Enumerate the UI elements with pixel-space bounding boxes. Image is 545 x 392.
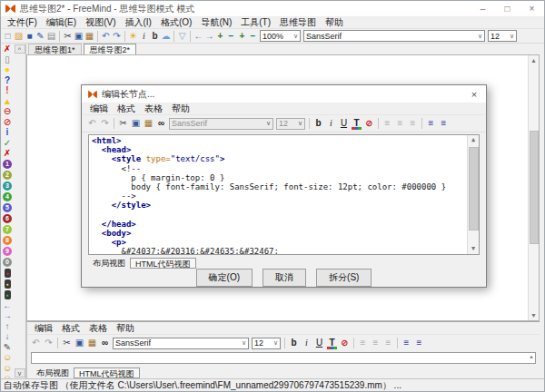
help-icon[interactable]: ? <box>1 75 14 86</box>
scroll-up-arrow-icon[interactable]: ▲ <box>471 135 475 145</box>
scroll-up-arrow-icon[interactable]: ▲ <box>529 354 534 359</box>
note-text-area[interactable]: ▲ <box>31 352 536 364</box>
dialog-menu-item-1[interactable]: 格式 <box>113 103 140 115</box>
cut-icon[interactable]: ✂ <box>61 337 73 349</box>
forward-arrow-icon[interactable]: → <box>1 310 14 321</box>
dialog-menu-item-2[interactable]: 表格 <box>140 103 167 115</box>
save-map-icon[interactable]: ■ <box>25 30 35 43</box>
zoom-select[interactable]: 100% ∨ <box>260 30 301 42</box>
priority-3-icon[interactable]: 3 <box>3 181 12 191</box>
cancel-button[interactable]: 取消 <box>263 269 306 287</box>
bullet-list-icon[interactable]: ≡ <box>425 117 437 130</box>
align-center-icon[interactable]: ≡ <box>370 337 382 349</box>
font-size-select[interactable]: 12 ∨ <box>488 30 517 42</box>
smiley-2-icon[interactable]: ☺ <box>1 363 14 374</box>
copy-icon[interactable]: ▣ <box>130 117 142 130</box>
cloud-icon[interactable]: ☁ <box>161 30 171 43</box>
sidebar-scroll-up-button[interactable]: ^ <box>15 44 25 54</box>
down-arrow-icon[interactable]: ↓ <box>1 331 14 342</box>
expand-icon[interactable]: + <box>237 30 247 43</box>
sidebar-scroll-down-button[interactable]: v <box>15 368 25 377</box>
paste-icon[interactable]: ▦ <box>84 30 94 43</box>
bold-icon[interactable]: b <box>312 117 324 130</box>
remove-last-icon[interactable]: ✗ <box>1 44 14 54</box>
underline-icon[interactable]: U <box>313 337 325 349</box>
numbered-list-icon[interactable]: ≡ <box>413 337 425 349</box>
underline-icon[interactable]: U <box>338 117 350 130</box>
priority-9-icon[interactable]: 9 <box>3 247 12 256</box>
paste-icon[interactable]: ▦ <box>86 337 98 349</box>
smiley-1-icon[interactable]: ☺ <box>1 352 14 363</box>
note-tab-html-view[interactable]: HTML代码视图 <box>74 368 140 378</box>
italic-icon[interactable]: i <box>325 117 337 130</box>
align-left-icon[interactable]: ≡ <box>357 337 369 349</box>
undo-icon[interactable]: ↶ <box>30 337 42 349</box>
remove-format-icon[interactable]: ⊘ <box>363 117 375 130</box>
align-left-icon[interactable]: ≡ <box>382 117 393 130</box>
dialog-font-select[interactable]: SansSerif ∨ <box>169 118 273 130</box>
scroll-up-arrow-icon[interactable]: ▲ <box>530 55 537 65</box>
font-color-icon[interactable]: T <box>326 337 338 349</box>
split-button[interactable]: 拆分(S) <box>316 269 372 287</box>
note-menu-item-3[interactable]: 帮助 <box>112 322 139 335</box>
find-icon[interactable]: ∞ <box>99 337 111 349</box>
cut-icon[interactable]: ✂ <box>63 30 73 43</box>
note-tab-layout-view[interactable]: 布局视图 <box>32 368 74 378</box>
priority-7-icon[interactable]: 7 <box>3 225 12 234</box>
idea-icon[interactable]: ● <box>1 64 14 75</box>
dialog-font-size-select[interactable]: 12 ∨ <box>276 118 305 130</box>
copy-icon[interactable]: ▣ <box>74 30 84 43</box>
redo-icon[interactable]: ↷ <box>99 117 111 130</box>
scroll-down-arrow-icon[interactable]: ▼ <box>530 310 537 320</box>
priority-1-icon[interactable]: 1 <box>3 160 12 169</box>
dialog-menu-item-0[interactable]: 编辑 <box>85 103 113 115</box>
priority-6-icon[interactable]: 6 <box>3 214 12 223</box>
stop-minus-icon[interactable]: ⊖ <box>1 106 14 117</box>
note-font-size-select[interactable]: 12 ∨ <box>252 338 281 349</box>
undo-icon[interactable]: ↶ <box>101 30 111 43</box>
redo-icon[interactable]: ↷ <box>43 337 54 349</box>
warning-icon[interactable]: ▲ <box>1 96 14 107</box>
menubar-item-7[interactable]: 思维导图 <box>275 16 321 29</box>
priority-0-icon[interactable]: 0 <box>3 258 12 267</box>
filter-icon[interactable]: ▽ <box>177 30 187 43</box>
lightbulb-icon[interactable]: ☀ <box>128 30 138 43</box>
open-map-icon[interactable]: ▨ <box>14 30 24 43</box>
menubar-item-4[interactable]: 格式(O) <box>156 16 196 29</box>
yes-check-icon[interactable]: ✓ <box>1 138 14 149</box>
new-map-icon[interactable]: □ <box>3 30 13 43</box>
zoom-in-icon[interactable]: + <box>215 30 225 43</box>
menubar-item-8[interactable]: 帮助 <box>321 16 348 29</box>
note-menu-item-1[interactable]: 格式 <box>57 322 84 335</box>
minimize-button[interactable]: – <box>471 1 495 16</box>
ok-button[interactable]: 确定(O) <box>196 269 253 287</box>
align-right-icon[interactable]: ≡ <box>382 337 394 349</box>
italic-icon[interactable]: i <box>139 30 149 43</box>
menubar-item-0[interactable]: 文件(F) <box>3 16 42 29</box>
italic-icon[interactable]: i <box>301 337 312 349</box>
print-icon[interactable]: ▤ <box>46 30 56 43</box>
tab-mindmap-1[interactable]: 思维导图1* <box>28 44 82 54</box>
priority-8-icon[interactable]: 8 <box>3 236 12 245</box>
font-select[interactable]: SansSerif ∨ <box>303 30 485 42</box>
menubar-item-3[interactable]: 插入(I) <box>120 16 155 29</box>
not-ok-icon[interactable]: ✗ <box>1 148 14 159</box>
html-code-editor[interactable]: ▲ ▼ <html> <head> <style type="text/css"… <box>88 134 480 255</box>
menubar-item-5[interactable]: 导航(N) <box>196 16 236 29</box>
undo-icon[interactable]: ↶ <box>86 117 98 130</box>
collapse-icon[interactable]: − <box>248 30 258 43</box>
tab-mindmap-2[interactable]: 思维导图2* <box>84 44 137 54</box>
save-as-icon[interactable]: ✎ <box>35 30 45 43</box>
menubar-item-1[interactable]: 编辑(E) <box>42 16 81 29</box>
menubar-item-6[interactable]: 工具(T) <box>236 16 275 29</box>
prohibition-icon[interactable]: ⊘ <box>1 117 14 128</box>
pencil-icon[interactable]: ✎ <box>1 342 14 353</box>
important-icon[interactable]: ! <box>1 85 14 96</box>
align-right-icon[interactable]: ≡ <box>407 117 419 130</box>
note-menu-item-2[interactable]: 表格 <box>84 322 112 335</box>
dialog-close-button[interactable]: × <box>466 89 482 100</box>
bold-icon[interactable]: b <box>288 337 300 349</box>
maximize-button[interactable]: □ <box>495 1 520 16</box>
dialog-menu-item-3[interactable]: 帮助 <box>167 103 194 115</box>
next-map-icon[interactable]: → <box>204 30 214 43</box>
